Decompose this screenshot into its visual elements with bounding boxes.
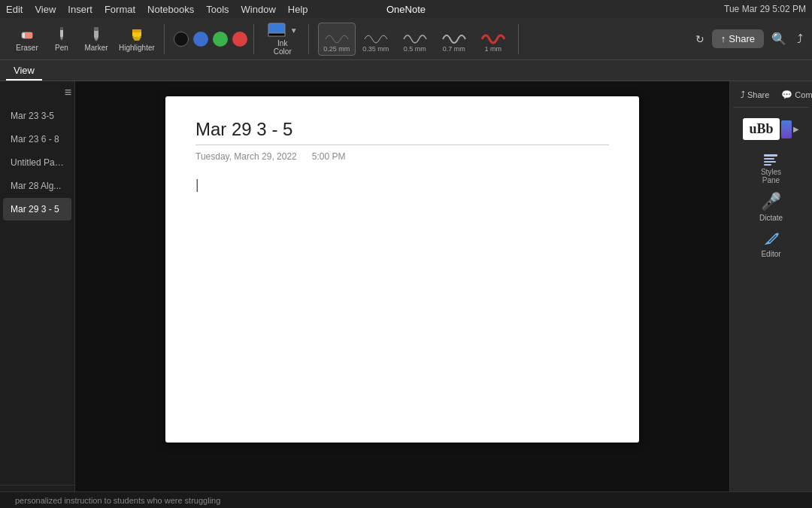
right-panel-tools: StylesPane 🎤 Dictate Editor xyxy=(733,151,809,258)
status-text: personalized instruction to students who… xyxy=(15,496,220,505)
page-item-mar23-6-8[interactable]: Mar 23 6 - 8 xyxy=(3,128,71,151)
menu-tools[interactable]: Tools xyxy=(206,4,229,15)
menu-items: Edit View Insert Format Notebooks Tools … xyxy=(6,4,308,15)
sort-icon[interactable]: ≡ xyxy=(65,86,71,99)
stroke-xl[interactable]: 1 mm xyxy=(474,23,512,56)
font-preview-area: uBb ▶ xyxy=(733,118,809,140)
highlighter-icon xyxy=(129,26,145,42)
page-list: Mar 23 3-5 Mar 23 6 - 8 Untitled Page Ma… xyxy=(0,104,74,485)
svg-rect-13 xyxy=(764,154,777,157)
menu-view[interactable]: View xyxy=(35,4,56,15)
toolbar-right: ↻ ↑ Share 🔍 ⤴ xyxy=(692,29,806,49)
stroke-xs[interactable]: 0.25 mm xyxy=(318,23,356,56)
note-body[interactable]: | xyxy=(195,177,609,193)
svg-marker-6 xyxy=(94,38,98,41)
view-tab[interactable]: View xyxy=(6,62,42,81)
stroke-sizes: 0.25 mm 0.35 mm 0.5 mm 0.7 mm xyxy=(312,24,519,54)
toolbar: Eraser Pen Marker Highlighter xyxy=(0,18,812,60)
dictate-label: Dictate xyxy=(759,214,783,222)
share-link-icon[interactable]: ⤴ xyxy=(794,29,806,49)
expand-icon[interactable]: ▶ xyxy=(793,125,799,133)
note-content-area[interactable]: Mar 29 3 - 5 Tuesday, March 29, 2022 5:0… xyxy=(75,81,729,508)
dictate-icon: 🎤 xyxy=(761,192,781,211)
color-red[interactable] xyxy=(232,32,247,47)
note-time: 5:00 PM xyxy=(312,151,346,162)
status-bar: personalized instruction to students who… xyxy=(0,491,812,508)
page-item-mar28-alg[interactable]: Mar 28 Alg... xyxy=(3,175,71,197)
page-item-untitled[interactable]: Untitled Page xyxy=(3,151,71,174)
share-rp-label: Share xyxy=(747,90,769,99)
eraser-tool[interactable]: Eraser xyxy=(12,23,42,55)
svg-rect-1 xyxy=(25,32,32,38)
stroke-s[interactable]: 0.35 mm xyxy=(357,23,395,56)
share-button-right[interactable]: ⤴ Share xyxy=(736,87,774,102)
menu-help[interactable]: Help xyxy=(288,4,308,15)
page-item-mar29-3-5[interactable]: Mar 29 3 - 5 xyxy=(3,198,71,221)
stroke-l-wave xyxy=(440,26,468,45)
color-swatches xyxy=(168,24,254,54)
styles-icon xyxy=(762,151,780,169)
svg-rect-16 xyxy=(764,164,771,166)
sync-icon[interactable]: ↻ xyxy=(692,30,707,48)
main-area: ≡ Mar 23 3-5 Mar 23 6 - 8 Untitled Page … xyxy=(0,81,812,508)
svg-rect-10 xyxy=(132,29,141,32)
color-green[interactable] xyxy=(213,32,228,47)
search-icon[interactable]: 🔍 xyxy=(768,29,789,49)
menu-edit[interactable]: Edit xyxy=(6,4,23,15)
dictate-button[interactable]: 🎤 Dictate xyxy=(759,192,783,222)
share-rp-icon: ⤴ xyxy=(741,90,745,100)
comments-label: Comments xyxy=(795,90,812,99)
svg-rect-15 xyxy=(764,161,776,163)
right-panel: ⤴ Share 💬 Comments uBb ▶ Styles xyxy=(729,81,812,508)
pen-tool[interactable]: Pen xyxy=(47,23,77,55)
menu-format[interactable]: Format xyxy=(105,4,135,15)
ink-color-section: ▼ Ink Color xyxy=(257,24,309,54)
text-cursor: | xyxy=(195,177,199,192)
stroke-s-wave xyxy=(362,26,390,45)
sidebar: ≡ Mar 23 3-5 Mar 23 6 - 8 Untitled Page … xyxy=(0,81,75,508)
ink-color-preview xyxy=(268,23,289,39)
view-bar: View xyxy=(0,60,812,81)
highlighter-tool[interactable]: Highlighter xyxy=(116,23,158,55)
font-preview: uBb xyxy=(743,118,779,140)
stroke-xs-wave xyxy=(323,26,351,45)
menu-insert[interactable]: Insert xyxy=(68,4,92,15)
ink-color-button[interactable]: ▼ Ink Color xyxy=(263,21,302,57)
menu-bar: Edit View Insert Format Notebooks Tools … xyxy=(0,0,812,18)
note-page: Mar 29 3 - 5 Tuesday, March 29, 2022 5:0… xyxy=(165,96,639,443)
stroke-l[interactable]: 0.7 mm xyxy=(435,23,473,56)
marker-icon xyxy=(88,26,105,42)
share-button[interactable]: ↑ Share xyxy=(712,29,764,48)
note-title[interactable]: Mar 29 3 - 5 xyxy=(195,119,609,145)
share-arrow-icon: ↑ xyxy=(721,33,726,44)
svg-marker-3 xyxy=(60,38,63,41)
marker-tool[interactable]: Marker xyxy=(81,23,111,55)
note-date: Tuesday, March 29, 2022 xyxy=(195,151,297,162)
sidebar-top: ≡ xyxy=(0,81,74,104)
note-meta: Tuesday, March 29, 2022 5:00 PM xyxy=(195,151,609,162)
color-blue[interactable] xyxy=(193,32,208,47)
stroke-m[interactable]: 0.5 mm xyxy=(396,23,434,56)
menu-window[interactable]: Window xyxy=(241,4,276,15)
comments-icon: 💬 xyxy=(781,90,792,100)
color-black[interactable] xyxy=(174,32,189,47)
page-item-mar23-3-5[interactable]: Mar 23 3-5 xyxy=(3,105,71,127)
editor-label: Editor xyxy=(761,250,780,258)
app-title: OneNote xyxy=(386,4,426,15)
styles-label: StylesPane xyxy=(761,168,781,184)
svg-rect-4 xyxy=(60,27,63,30)
svg-rect-14 xyxy=(764,158,774,160)
pen-icon xyxy=(53,26,70,42)
stroke-xl-wave xyxy=(479,26,508,45)
styles-pane-button[interactable]: StylesPane xyxy=(761,151,781,184)
ribbon-accent xyxy=(781,120,792,138)
svg-rect-12 xyxy=(268,33,285,36)
stroke-m-wave xyxy=(401,26,429,45)
comments-button[interactable]: 💬 Comments xyxy=(777,87,812,102)
right-panel-top-buttons: ⤴ Share 💬 Comments xyxy=(733,87,809,108)
clock: Tue Mar 29 5:02 PM xyxy=(724,4,806,14)
menu-notebooks[interactable]: Notebooks xyxy=(147,4,194,15)
editor-button[interactable]: Editor xyxy=(761,230,780,258)
svg-rect-7 xyxy=(94,27,98,31)
svg-marker-9 xyxy=(132,37,141,41)
